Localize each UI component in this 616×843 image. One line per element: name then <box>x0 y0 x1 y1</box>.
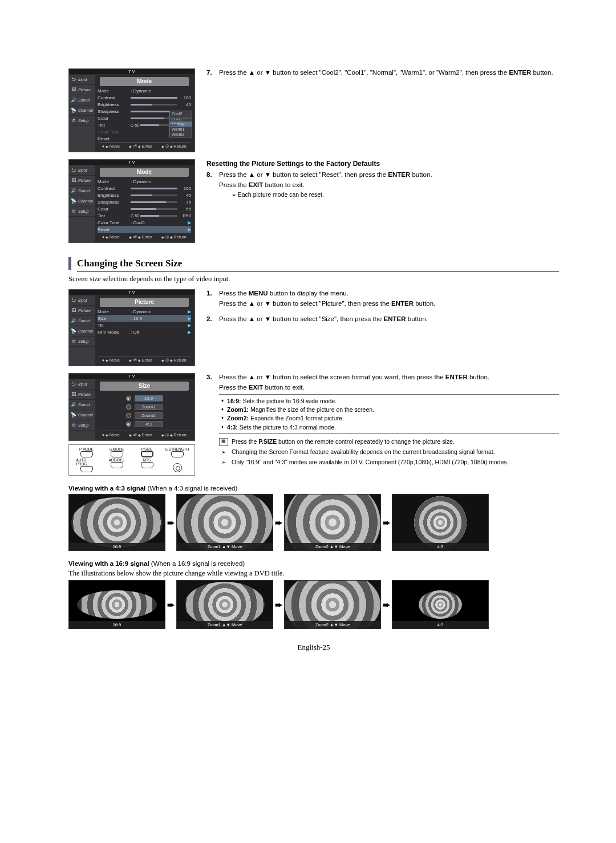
remote-slice: P.MODE S.MODE P.SIZE S.STRENGTH AUTO PRO… <box>68 444 195 476</box>
remote-hint-icon: ▦ <box>219 438 228 446</box>
osd-size-options: T V ⮌Input 🖼Picture 🔊Sound 📡Channel ⚙Set… <box>68 373 195 441</box>
step-number: 7. <box>206 68 219 79</box>
viewing-169-heading: Viewing with a 16:9 signal (When a 16:9 … <box>68 560 559 567</box>
subheading-reset: Resetting the Picture Settings to the Fa… <box>206 159 559 168</box>
viewing-169-row: 16:9 ➨ Zoom1 ▲▼ Move ➨ Zoom2 ▲▼ Move ➨ 4… <box>68 580 559 629</box>
osd-mode-colortone: T V ⮌Input 🖼Picture 🔊Sound 📡Channel ⚙Set… <box>68 68 195 152</box>
osd-picture-size: T V ⮌Input 🖼Picture 🔊Sound 📡Channel ⚙Set… <box>68 289 195 366</box>
step-text: Press the ▲ or ▼ button to select "Cool2… <box>219 68 559 79</box>
page-number: English-25 <box>68 643 559 652</box>
section-subline: Screen size selection depends on the typ… <box>68 275 559 283</box>
viewing-43-row: 16:9 ➨ Zoom1 ▲▼ Move ➨ Zoom2 ▲▼ Move ➨ 4… <box>68 494 559 551</box>
viewing-43-heading: Viewing with a 4:3 signal (When a 4:3 si… <box>68 485 559 492</box>
osd-mode-reset: T V ⮌Input 🖼Picture 🔊Sound 📡Channel ⚙Set… <box>68 159 195 243</box>
section-heading: Changing the Screen Size <box>68 257 559 270</box>
